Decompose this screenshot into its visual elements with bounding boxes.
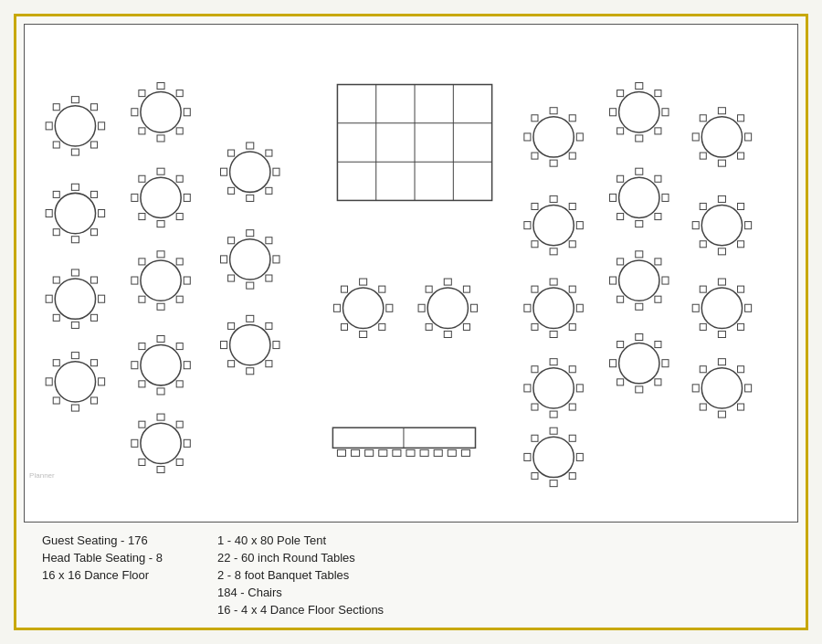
svg-rect-106 <box>228 361 235 367</box>
svg-rect-102 <box>221 342 227 349</box>
svg-rect-50 <box>139 175 145 182</box>
svg-rect-191 <box>636 135 643 142</box>
svg-rect-29 <box>71 405 79 411</box>
svg-rect-215 <box>655 296 661 302</box>
legend-chairs: 184 - Chairs <box>217 586 384 599</box>
svg-rect-257 <box>700 366 706 373</box>
svg-rect-28 <box>71 353 79 359</box>
svg-rect-165 <box>524 304 531 311</box>
svg-rect-21 <box>46 295 52 302</box>
svg-rect-104 <box>228 322 235 329</box>
svg-rect-66 <box>132 362 138 369</box>
svg-point-72 <box>141 423 181 463</box>
svg-rect-57 <box>132 277 138 284</box>
svg-rect-37 <box>157 83 164 90</box>
svg-point-27 <box>55 362 95 402</box>
svg-point-171 <box>533 368 574 408</box>
svg-point-198 <box>619 177 659 217</box>
svg-rect-211 <box>662 277 669 284</box>
svg-point-252 <box>701 368 742 408</box>
svg-rect-221 <box>617 342 624 348</box>
svg-rect-146 <box>550 160 557 166</box>
svg-rect-74 <box>157 467 164 473</box>
svg-rect-209 <box>636 303 643 310</box>
legend-head-table: Head Table Seating - 8 <box>42 551 163 565</box>
svg-rect-230 <box>700 115 706 121</box>
svg-rect-33 <box>91 360 98 366</box>
legend-tent: 1 - 40 x 80 Pole Tent <box>217 533 384 547</box>
svg-rect-107 <box>266 361 272 367</box>
svg-rect-93 <box>221 256 227 263</box>
svg-rect-131 <box>463 323 469 330</box>
svg-rect-67 <box>184 362 190 369</box>
svg-rect-118 <box>386 304 393 311</box>
svg-rect-219 <box>610 360 616 367</box>
svg-point-123 <box>427 288 468 328</box>
svg-rect-245 <box>718 331 725 337</box>
svg-rect-158 <box>532 203 538 209</box>
svg-rect-232 <box>700 153 706 159</box>
svg-point-99 <box>230 324 270 364</box>
svg-rect-172 <box>550 359 557 365</box>
floor-plan: .t-circle { fill: white; stroke: #444; s… <box>24 24 798 523</box>
svg-rect-156 <box>524 222 531 229</box>
svg-rect-194 <box>617 90 624 97</box>
svg-rect-226 <box>718 108 725 114</box>
svg-rect-3 <box>46 122 52 130</box>
svg-rect-122 <box>379 323 385 330</box>
svg-rect-152 <box>569 153 575 159</box>
svg-rect-231 <box>738 115 744 121</box>
svg-rect-208 <box>636 251 643 258</box>
svg-rect-94 <box>273 256 279 263</box>
svg-rect-20 <box>71 322 79 328</box>
svg-rect-188 <box>569 473 575 480</box>
svg-rect-155 <box>550 248 557 255</box>
svg-rect-130 <box>426 323 432 330</box>
svg-point-81 <box>230 152 270 192</box>
svg-rect-148 <box>576 133 583 141</box>
svg-rect-7 <box>53 142 59 148</box>
svg-point-9 <box>55 193 95 233</box>
svg-rect-168 <box>569 286 575 292</box>
svg-rect-150 <box>569 115 575 121</box>
svg-rect-88 <box>228 187 235 194</box>
svg-rect-95 <box>228 238 235 244</box>
svg-rect-92 <box>247 282 254 289</box>
svg-point-243 <box>701 288 742 328</box>
svg-rect-136 <box>365 449 374 456</box>
svg-rect-177 <box>569 366 575 373</box>
svg-rect-49 <box>184 194 190 201</box>
svg-rect-248 <box>700 286 706 292</box>
svg-rect-260 <box>738 404 744 410</box>
svg-rect-185 <box>532 435 538 441</box>
svg-rect-55 <box>157 251 164 258</box>
svg-rect-13 <box>99 210 105 217</box>
outer-border: .t-circle { fill: white; stroke: #444; s… <box>14 14 808 630</box>
svg-rect-22 <box>99 295 105 302</box>
svg-rect-197 <box>655 128 661 134</box>
svg-rect-203 <box>617 175 624 182</box>
svg-rect-170 <box>569 323 575 330</box>
svg-rect-159 <box>569 203 575 209</box>
svg-rect-201 <box>610 194 616 201</box>
svg-rect-119 <box>341 286 347 292</box>
svg-rect-120 <box>379 286 385 292</box>
svg-rect-89 <box>266 187 272 194</box>
svg-rect-240 <box>738 203 744 209</box>
svg-rect-138 <box>393 449 401 456</box>
svg-point-45 <box>141 177 181 217</box>
svg-rect-223 <box>617 379 624 385</box>
svg-rect-218 <box>636 386 643 393</box>
svg-rect-8 <box>91 142 98 148</box>
svg-rect-164 <box>550 331 557 337</box>
svg-rect-160 <box>532 241 538 248</box>
svg-rect-227 <box>718 160 725 166</box>
svg-rect-126 <box>418 304 425 311</box>
svg-rect-48 <box>132 194 138 201</box>
svg-point-180 <box>533 437 574 477</box>
svg-rect-193 <box>662 109 669 116</box>
svg-rect-190 <box>636 83 643 90</box>
svg-rect-195 <box>655 90 661 97</box>
svg-rect-154 <box>550 195 557 202</box>
svg-rect-5 <box>53 104 59 111</box>
